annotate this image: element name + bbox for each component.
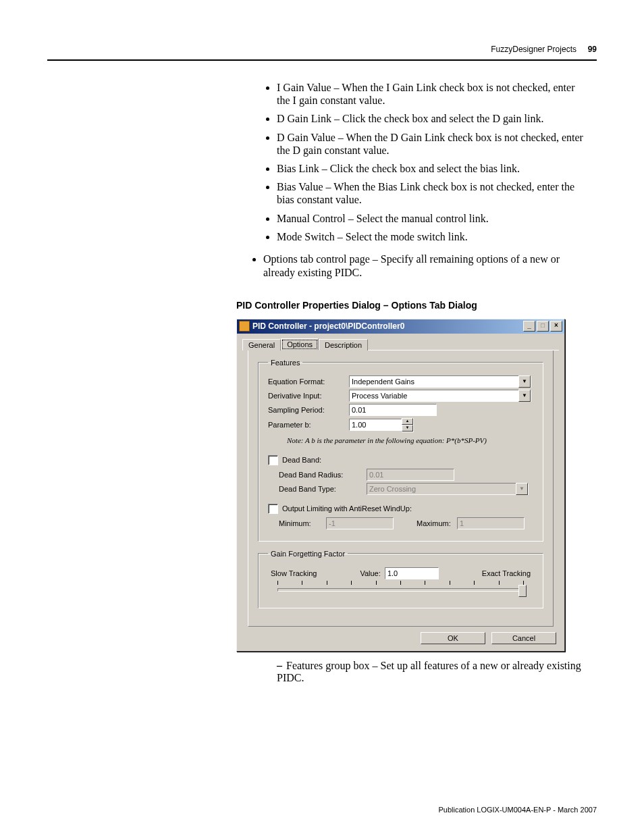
derivative-input-select[interactable]: Process Variable ▼ [349,390,531,402]
checkbox-icon[interactable] [268,504,278,514]
after-dialog-text: –Features group box – Set up all feature… [277,660,583,684]
list-item: D Gain Link – Click the check box and se… [277,112,590,125]
minimum-label: Minimum: [268,519,326,527]
titlebar[interactable]: PID Controller - project0\PIDController0… [237,319,564,334]
list-item: Manual Control – Select the manual contr… [277,212,590,225]
page-header: FuzzyDesigner Projects 99 [47,47,597,61]
exact-tracking-label: Exact Tracking [482,569,531,577]
output-limiting-label: Output Limiting with AntiReset WindUp: [282,504,412,513]
list-item: D Gain Value – When the D Gain Link chec… [277,131,590,157]
ok-button[interactable]: OK [421,632,485,644]
dead-band-radius-label: Dead Band Radius: [268,471,367,479]
slow-tracking-label: Slow Tracking [271,569,317,577]
parameter-b-spinner[interactable]: ▲ ▼ [402,418,414,432]
maximum-label: Maximum: [417,519,457,527]
outer-bullet-list: Options tab control page – Specify all r… [250,253,583,280]
derivative-input-value: Process Variable [352,392,407,400]
minimize-button[interactable]: _ [523,321,535,332]
output-limiting-checkbox[interactable]: Output Limiting with AntiReset WindUp: [268,504,412,514]
gain-value-input[interactable] [385,567,439,579]
equation-format-value: Independent Gains [352,377,414,386]
dead-band-radius-input [367,469,454,481]
parameter-b-note: Note: A b is the parameter in the follow… [287,436,533,444]
pid-dialog: PID Controller - project0\PIDController0… [236,319,565,652]
gain-slider[interactable] [277,581,524,596]
spin-down-icon[interactable]: ▼ [402,425,413,432]
sampling-period-label: Sampling Period: [268,406,349,414]
dead-band-type-value: Zero Crossing [369,485,416,493]
dead-band-type-label: Dead Band Type: [268,485,367,493]
tab-description[interactable]: Description [319,339,368,350]
section-heading: PID Controller Properties Dialog – Optio… [236,300,597,311]
list-item: I Gain Value – When the I Gain Link chec… [277,81,590,107]
slider-thumb[interactable] [518,585,527,597]
features-legend: Features [268,359,302,367]
dropdown-icon[interactable]: ▼ [518,390,531,402]
cancel-button[interactable]: Cancel [491,632,556,644]
sampling-period-input[interactable] [349,404,437,416]
tab-strip: General Options Description [242,338,559,350]
dropdown-icon: ▼ [516,483,528,495]
close-button[interactable]: × [550,321,562,332]
dead-band-type-select: Zero Crossing ▼ [367,483,529,495]
list-item: Options tab control page – Specify all r… [263,253,583,280]
dropdown-icon[interactable]: ▼ [518,375,531,388]
parameter-b-label: Parameter b: [268,421,349,429]
list-item: Bias Value – When the Bias Link check bo… [277,180,590,206]
header-section: FuzzyDesigner Projects [491,45,576,54]
list-item: Bias Link – Click the check box and sele… [277,162,590,175]
dead-band-checkbox[interactable]: Dead Band: [268,455,321,465]
derivative-input-label: Derivative Input: [268,392,349,400]
tab-options[interactable]: Options [281,338,319,350]
maximum-input [457,517,525,529]
features-group: Features Equation Format: Independent Ga… [258,359,543,542]
footer-text: Publication LOGIX-UM004A-EN-P - March 20… [438,806,597,814]
app-icon [239,321,250,332]
gain-value-label: Value: [360,569,380,577]
checkbox-icon[interactable] [268,455,278,465]
list-item: Mode Switch – Select the mode switch lin… [277,230,590,243]
header-page-number: 99 [588,45,597,54]
tab-general[interactable]: General [242,339,281,350]
gain-group: Gain Forgetting Factor Slow Tracking Val… [258,550,543,608]
dead-band-label: Dead Band: [282,456,321,464]
dialog-title: PID Controller - project0\PIDController0 [252,321,519,331]
spin-up-icon[interactable]: ▲ [402,418,413,425]
equation-format-label: Equation Format: [268,377,349,386]
dialog-button-row: OK Cancel [237,632,564,651]
minimum-input [326,517,394,529]
inner-bullet-list: I Gain Value – When the I Gain Link chec… [263,81,590,243]
gain-legend: Gain Forgetting Factor [268,550,348,558]
equation-format-select[interactable]: Independent Gains ▼ [349,375,531,388]
maximize-button[interactable]: □ [537,321,549,332]
parameter-b-input[interactable] [349,419,402,431]
